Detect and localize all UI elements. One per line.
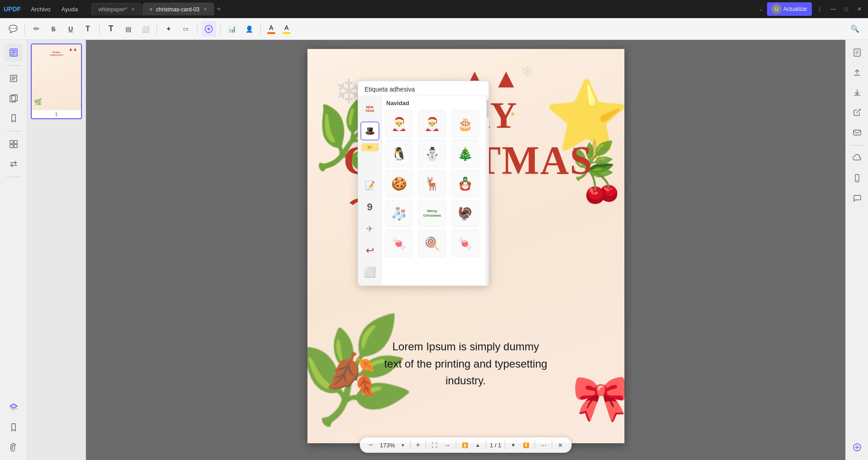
sidebar-separator-3 [6, 177, 21, 177]
color-tool-1[interactable]: A [264, 22, 278, 36]
pencil-tool[interactable]: ✏ [29, 21, 44, 37]
nutcracker-sticker[interactable]: 🪆 [452, 170, 479, 197]
svg-point-14 [857, 180, 858, 181]
sticker-tool[interactable] [201, 21, 216, 37]
tab-christmas[interactable]: ▾ christmas-card-03 ✕ [143, 3, 214, 15]
sticker-nav-yellow[interactable]: 🎫 [361, 143, 379, 151]
sidebar-icon-pages[interactable] [5, 89, 23, 107]
santa-claus-sticker[interactable]: 🎅 [418, 110, 446, 137]
penguin-sticker[interactable]: 🐧 [385, 140, 412, 167]
tab-whitepaper[interactable]: whitepaper* ✕ [91, 3, 141, 15]
underline-tool[interactable]: U [63, 21, 78, 37]
candy-cane-yellow-sticker[interactable]: 🍭 [418, 230, 446, 257]
zoom-in-button[interactable]: + [414, 440, 422, 450]
stocking-sticker[interactable]: 🧦 [385, 200, 412, 227]
candy-cane-blue-sticker[interactable]: 🍬 [452, 230, 479, 257]
zoom-dropdown-button[interactable]: ▾ [400, 441, 406, 449]
right-sidebar-ai[interactable] [848, 438, 866, 456]
tab-close-christmas[interactable]: ✕ [203, 6, 207, 12]
page-down-button[interactable]: ▼ [509, 441, 518, 449]
fit-page-button[interactable]: ⛶ [430, 441, 439, 450]
sticker-grid-area: Navidad 🎅 🎅 🎂 🐧 ⛄ 🎄 🍪 🦌 [382, 96, 486, 286]
close-bar-button[interactable]: ✕ [556, 441, 565, 450]
fit-width-button[interactable]: ↔ [443, 441, 452, 450]
sidebar-icon-bookmark-bottom[interactable] [5, 418, 23, 436]
sidebar-icon-edit[interactable] [5, 44, 23, 62]
right-sidebar-download[interactable] [848, 83, 866, 102]
more-options-button[interactable]: ⋯ [539, 441, 548, 450]
right-sidebar-mobile[interactable] [848, 169, 866, 187]
turkey-sticker[interactable]: 🦃 [452, 200, 479, 227]
stamp-tool[interactable]: ✦ [161, 21, 176, 37]
color-tool-2[interactable]: A [280, 22, 293, 36]
text2-tool[interactable]: T [103, 21, 119, 37]
toolbar: 💬 ✏ S U T T ▤ ⬜ ✦ ▭ 📊 👤 A A 🔍 [0, 18, 868, 40]
comment-tool[interactable]: 💬 [5, 21, 21, 37]
menu-archivo[interactable]: Archivo [26, 4, 55, 15]
sidebar-icon-layers[interactable] [5, 398, 23, 416]
merry-text-sticker[interactable]: MerryChristmas [418, 200, 446, 227]
sticker-nav-arrow[interactable]: ↩ [360, 241, 379, 260]
santa-hat-sticker[interactable]: 🎅 [385, 110, 412, 137]
right-sidebar-sep [850, 145, 864, 145]
svg-point-2 [208, 28, 210, 30]
canvas-area: ⭐ ★ ❄ ❄ ❄ 🌿 🌿 🍂 🎀 🍒 🌿 ▲▲ MERRY [86, 40, 845, 460]
sticker-nav-plane[interactable]: ✈ [360, 219, 379, 238]
rectangle-tool[interactable]: ▭ [178, 21, 193, 37]
reindeer-sticker[interactable]: 🦌 [418, 170, 446, 197]
svg-rect-12 [854, 130, 861, 135]
page-info: 1 / 1 [490, 442, 501, 449]
sticker-nav-hat[interactable]: 🎩 [360, 121, 379, 140]
menu-ayuda[interactable]: Ayuda [57, 4, 82, 15]
right-sidebar-pdf[interactable] [848, 44, 866, 62]
candy-cane-red-sticker[interactable]: 🍬 [385, 230, 412, 257]
sticker-popup-body: NEWYEAR 🎩 🎫 ⬭ 📝 9 ✈ ↩ ⬜ Navidad [358, 96, 489, 286]
tab-add-button[interactable]: + [217, 5, 221, 13]
sidebar-icon-reader[interactable] [5, 69, 23, 87]
strikethrough-tool[interactable]: S [46, 21, 61, 37]
sidebar-icon-convert[interactable] [5, 155, 23, 173]
toolbar-separator-5 [220, 24, 221, 34]
tree-sticker[interactable]: 🎄 [452, 140, 479, 167]
gingerbread-sticker[interactable]: 🍪 [385, 170, 412, 197]
sticker-nav-number[interactable]: 9 [360, 198, 379, 217]
search-button[interactable]: 🔍 [847, 21, 863, 37]
right-sidebar-chat[interactable] [848, 189, 866, 207]
right-sidebar-upload[interactable] [848, 63, 866, 82]
snowman-sticker[interactable]: ⛄ [418, 140, 446, 167]
thumbnail-page-number: 1 [32, 110, 81, 118]
page-last-button[interactable]: ⏬ [521, 441, 531, 449]
chart-tool[interactable]: 📊 [224, 21, 240, 37]
thumbnail-page-1[interactable]: MERRYCHRISTMAS ▲▲ 🌿 1 [31, 44, 82, 119]
tabs-area: whitepaper* ✕ ▾ christmas-card-03 ✕ + [91, 3, 757, 15]
sticker-nav-white[interactable]: ⬜ [360, 263, 379, 282]
text-tool[interactable]: T [80, 21, 96, 37]
update-button[interactable]: U Actualizar [767, 2, 812, 16]
sidebar-icon-bookmarks[interactable] [5, 109, 23, 127]
sticker-nav-oval[interactable]: ⬭ [360, 154, 379, 173]
sticker-nav-notepad[interactable]: 📝 [360, 176, 379, 195]
page-first-button[interactable]: ⏫ [460, 441, 470, 449]
sticker-scrollbar[interactable] [486, 96, 489, 286]
textbox-tool[interactable]: ▤ [120, 21, 136, 37]
callout-tool[interactable]: ⬜ [138, 21, 153, 37]
sticker-left-nav: NEWYEAR 🎩 🎫 ⬭ 📝 9 ✈ ↩ ⬜ [358, 96, 382, 286]
sidebar-icon-organize[interactable] [5, 135, 23, 153]
pudding-sticker[interactable]: 🎂 [452, 110, 479, 137]
right-sidebar-cloud[interactable] [848, 149, 866, 167]
sidebar-icon-clip[interactable] [5, 438, 23, 456]
person-tool[interactable]: 👤 [241, 21, 257, 37]
bottom-bar-sep-3 [456, 441, 456, 450]
bottom-bar: − 173% ▾ + ⛶ ↔ ⏫ ▲ 1 / 1 ▼ ⏬ ⋯ ✕ [360, 437, 572, 453]
app-logo: UPDF [4, 5, 21, 13]
sticker-nav-newyear[interactable]: NEWYEAR [360, 100, 379, 119]
tab-close-whitepaper[interactable]: ✕ [131, 6, 135, 12]
maximize-button[interactable]: □ [842, 5, 851, 13]
close-window-button[interactable]: ✕ [854, 5, 864, 13]
right-sidebar-mail[interactable] [848, 123, 866, 141]
page-up-button[interactable]: ▲ [474, 441, 482, 449]
right-sidebar-share[interactable] [848, 103, 866, 121]
bottom-bar-sep-5 [505, 441, 505, 450]
zoom-out-button[interactable]: − [367, 440, 374, 450]
minimize-button[interactable]: — [828, 5, 839, 13]
